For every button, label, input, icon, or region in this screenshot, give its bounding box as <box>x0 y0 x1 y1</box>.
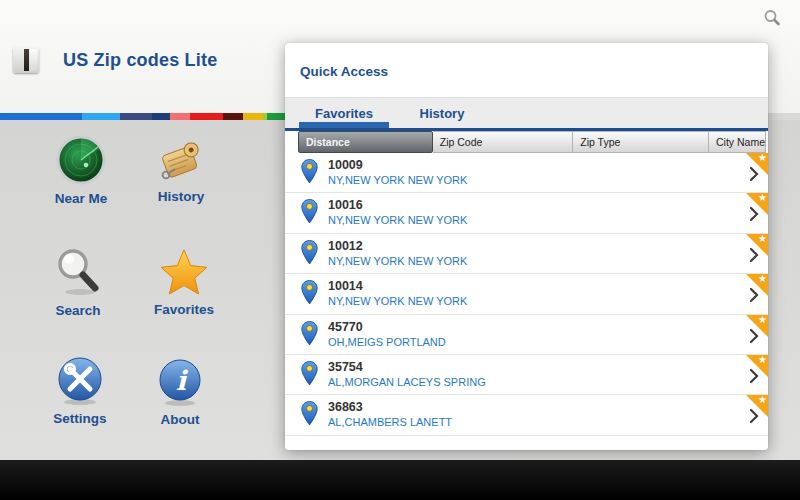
menu-item-search[interactable]: Search <box>22 246 134 318</box>
list-item[interactable]: 10009 NY,NEW YORK NEW YORK ★ <box>285 153 768 193</box>
list-item[interactable]: 10016 NY,NEW YORK NEW YORK ★ <box>285 193 768 233</box>
favorite-star-icon: ★ <box>758 274 767 285</box>
column-header-distance[interactable]: Distance <box>298 131 433 153</box>
menu-label: Settings <box>53 411 106 426</box>
menu-item-settings[interactable]: Settings <box>24 356 136 426</box>
menu-item-about[interactable]: i About <box>124 357 236 427</box>
search-icon[interactable] <box>762 8 782 28</box>
screen: US Zip codes Lite Near <box>0 0 800 500</box>
list-item[interactable]: 35754 AL,MORGAN LACEYS SPRING ★ <box>285 355 768 395</box>
tab-bar: Favorites History <box>285 97 768 131</box>
zip-code: 10012 <box>328 239 363 253</box>
list-item[interactable]: 10014 NY,NEW YORK NEW YORK ★ <box>285 274 768 314</box>
map-pin-icon <box>301 401 318 426</box>
dialog-title: Quick Access <box>300 64 388 79</box>
tools-icon <box>55 356 105 406</box>
app-title: US Zip codes Lite <box>63 50 217 71</box>
menu-item-history[interactable]: History <box>125 137 237 204</box>
city-link[interactable]: AL,MORGAN LACEYS SPRING <box>328 376 486 388</box>
favorite-star-icon: ★ <box>758 153 767 164</box>
favorite-star-icon: ★ <box>758 395 767 406</box>
city-link[interactable]: NY,NEW YORK NEW YORK <box>328 255 467 267</box>
map-pin-icon <box>301 321 318 346</box>
menu-label: History <box>158 189 205 204</box>
map-pin-icon <box>301 240 318 265</box>
city-link[interactable]: NY,NEW YORK NEW YORK <box>328 295 467 307</box>
quick-access-dialog: Quick Access Favorites History Distance … <box>285 43 768 450</box>
zip-code: 10009 <box>328 158 363 172</box>
column-header-city-name[interactable]: City Name <box>709 131 766 153</box>
city-link[interactable]: AL,CHAMBERS LANETT <box>328 416 452 428</box>
chevron-right-icon[interactable] <box>749 328 759 344</box>
favorite-star-icon: ★ <box>758 234 767 245</box>
chevron-right-icon[interactable] <box>749 368 759 384</box>
zip-code: 36863 <box>328 400 363 414</box>
menu-item-near-me[interactable]: Near Me <box>25 134 137 206</box>
zip-code: 10014 <box>328 279 363 293</box>
menu-item-favorites[interactable]: Favorites <box>128 247 240 317</box>
header-accent-stripe <box>0 113 285 120</box>
chevron-right-icon[interactable] <box>749 206 759 222</box>
radar-icon <box>55 134 107 186</box>
chevron-right-icon[interactable] <box>749 408 759 424</box>
menu-label: Favorites <box>154 302 214 317</box>
chevron-right-icon[interactable] <box>749 247 759 263</box>
app-logo-icon <box>13 47 39 73</box>
favorite-star-icon: ★ <box>758 355 767 366</box>
city-link[interactable]: OH,MEIGS PORTLAND <box>328 336 446 348</box>
map-pin-icon <box>301 361 318 386</box>
map-pin-icon <box>301 280 318 305</box>
column-header-zip-type[interactable]: Zip Type <box>573 131 709 153</box>
list-item[interactable]: 10012 NY,NEW YORK NEW YORK ★ <box>285 234 768 274</box>
system-bar: 12:54 3G <box>0 460 800 500</box>
zip-code: 10016 <box>328 198 363 212</box>
info-icon: i <box>156 357 204 407</box>
favorite-star-icon: ★ <box>758 315 767 326</box>
map-pin-icon <box>301 199 318 224</box>
city-link[interactable]: NY,NEW YORK NEW YORK <box>328 214 467 226</box>
chevron-right-icon[interactable] <box>749 166 759 182</box>
list-item[interactable]: 36863 AL,CHAMBERS LANETT ★ <box>285 395 768 435</box>
column-header-zip-code[interactable]: Zip Code <box>433 131 574 153</box>
map-pin-icon <box>301 159 318 184</box>
zip-code: 45770 <box>328 320 363 334</box>
zip-code: 35754 <box>328 360 363 374</box>
city-link[interactable]: NY,NEW YORK NEW YORK <box>328 174 467 186</box>
chevron-right-icon[interactable] <box>749 287 759 303</box>
favorite-star-icon: ★ <box>758 193 767 204</box>
favorites-list: 10009 NY,NEW YORK NEW YORK ★ 10016 NY,NE… <box>285 153 768 436</box>
star-icon <box>158 247 210 297</box>
menu-label: Near Me <box>55 191 108 206</box>
list-item[interactable]: 45770 OH,MEIGS PORTLAND ★ <box>285 315 768 355</box>
tab-history[interactable]: History <box>401 98 483 129</box>
active-tab-indicator <box>299 122 389 128</box>
menu-label: Search <box>55 303 100 318</box>
table-header: Distance Zip Code Zip Type City Name <box>298 131 766 153</box>
magnifier-icon <box>53 246 103 298</box>
menu-label: About <box>161 412 200 427</box>
scroll-icon <box>155 137 207 184</box>
